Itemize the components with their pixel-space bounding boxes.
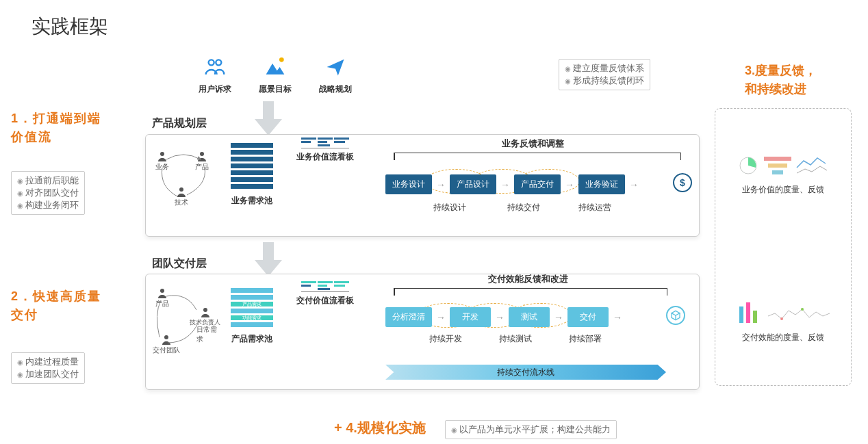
bullets-section-1: 拉通前后职能对齐团队交付构建业务闭环 [11, 171, 85, 215]
svg-rect-15 [746, 302, 750, 323]
arrow-right-icon: → [495, 312, 505, 323]
dollar-icon: $ [673, 173, 692, 192]
sub-test: 持续测试 [499, 333, 532, 345]
icon-vision: 愿景目标 [259, 55, 292, 95]
business-demand-pool: 业务需求池 [231, 143, 273, 207]
svg-point-0 [209, 60, 214, 65]
layer-1-feedback-label: 业务反馈和调整 [502, 138, 564, 150]
svg-point-18 [801, 308, 804, 311]
bullets-section-4: 以产品为单元水平扩展；构建公共能力 [445, 420, 617, 439]
layer-2-flow: 分析澄清 → 开发 → 测试 → 交付 → [385, 307, 622, 327]
svg-point-17 [780, 317, 783, 320]
diagram-title: 实践框架 [31, 14, 108, 40]
sub-operate: 持续运营 [578, 202, 611, 213]
business-kanban: 业务价值流看板 [296, 138, 354, 163]
flow-deliver: 交付 [567, 307, 609, 327]
delivery-kanban: 交付价值流看板 [296, 281, 354, 306]
layer-2-label: 团队交付层 [152, 257, 207, 271]
layer-1-panel: 业务 产品 技术 业务需求池 业务价值流看板 业务反馈和调整 业务设计 → 产品… [145, 134, 700, 237]
bullets-section-3: 建立度量反馈体系形成持续反馈闭环 [559, 59, 650, 90]
icon-strategy: 战略规划 [319, 55, 352, 95]
plane-icon [323, 55, 348, 79]
product-demand-pool: 产品需求 功能需求 产品需求池 [231, 288, 273, 345]
sub-delivery: 持续交付 [507, 202, 540, 213]
svg-rect-13 [772, 170, 783, 174]
arrow-right-icon: → [554, 312, 563, 323]
flow-business-design: 业务设计 [385, 174, 432, 194]
section-2-label: 2．快速高质量交付 [11, 287, 101, 324]
layer-2-feedback-label: 交付效能反馈和改进 [488, 273, 568, 285]
layer-1-label: 产品规划层 [152, 116, 207, 131]
svg-rect-16 [753, 311, 757, 323]
sub-design: 持续设计 [433, 202, 466, 213]
charts-thumbnail-icon [728, 147, 838, 184]
section-4-label: + 4.规模化实施 [334, 417, 426, 438]
users-icon [203, 55, 227, 79]
roles-cycle-icon [153, 147, 221, 216]
roles-layer-1: 业务 产品 技术 [153, 147, 221, 216]
svg-rect-11 [764, 157, 791, 161]
layer-1-flow: 业务设计 → 产品设计 → 产品交付 → 业务验证 → [385, 174, 639, 194]
arrow-right-icon: → [436, 179, 446, 190]
roles-layer-2: 产品 技术负责人 交付团队 日常需求 [153, 287, 221, 355]
top-icon-row: 用户诉求 愿景目标 战略规划 [199, 55, 352, 95]
cd-pipeline: 持续交付流水线 [385, 365, 666, 380]
svg-point-2 [279, 57, 284, 62]
flow-product-design: 产品设计 [450, 174, 496, 194]
arrow-right-icon: → [629, 179, 639, 190]
sub-deploy: 持续部署 [569, 333, 602, 345]
svg-rect-12 [768, 164, 787, 168]
svg-point-1 [216, 60, 221, 65]
sub-dev: 持续开发 [429, 333, 462, 345]
mountain-icon [263, 55, 288, 79]
section-3-label: 3.度量反馈，和持续改进 [745, 62, 817, 99]
flow-business-verify: 业务验证 [578, 174, 625, 194]
feedback-bracket [394, 153, 681, 159]
cube-icon [666, 306, 685, 325]
arrow-right-icon: → [436, 312, 446, 323]
bullets-section-2: 内建过程质量加速团队交付 [11, 352, 85, 384]
roles-cycle-icon [153, 287, 228, 362]
section-1-label: 1．打通端到端价值流 [11, 109, 101, 146]
arrow-right-icon: → [565, 179, 574, 190]
measure-delivery-efficiency: 交付效能的度量、反馈 [715, 295, 851, 343]
flow-test: 测试 [509, 307, 550, 327]
flow-product-delivery: 产品交付 [514, 174, 561, 194]
down-arrow-icon [255, 101, 282, 135]
measurement-zone: 业务价值的度量、反馈 交付效能的度量、反馈 [715, 108, 852, 386]
feedback-bracket [394, 288, 667, 295]
charts-thumbnail-icon [728, 295, 838, 332]
icon-user-demand: 用户诉求 [199, 55, 231, 95]
down-arrow-icon [255, 242, 282, 276]
layer-2-panel: 产品 技术负责人 交付团队 日常需求 产品需求 功能需求 产品需求池 交付价值流… [145, 274, 700, 390]
flow-develop: 开发 [450, 307, 491, 327]
flow-analyze: 分析澄清 [385, 307, 432, 327]
svg-rect-14 [739, 306, 743, 323]
arrow-right-icon: → [613, 312, 622, 323]
arrow-right-icon: → [500, 179, 510, 190]
daily-demand-note: 日常需求 [196, 325, 221, 344]
measure-business-value: 业务价值的度量、反馈 [715, 147, 851, 196]
